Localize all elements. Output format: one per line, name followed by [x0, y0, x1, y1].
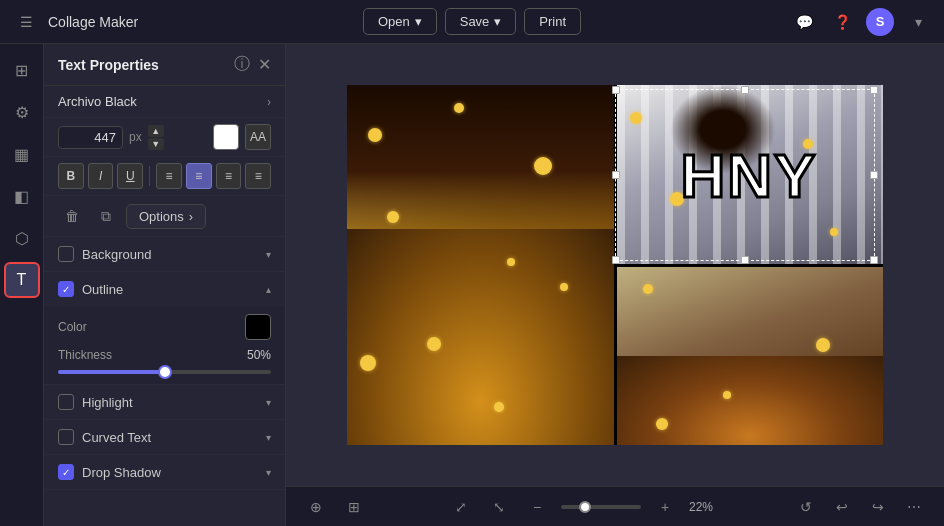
curved-text-section: Curved Text ▾	[44, 420, 285, 455]
font-name: Archivo Black	[58, 94, 137, 109]
side-panel: Text Properties ⓘ ✕ Archivo Black › px ▲…	[44, 44, 286, 526]
delete-button[interactable]: 🗑	[58, 202, 86, 230]
canvas-area: HNY ⊕ ⊞	[286, 44, 944, 526]
curved-text-chevron: ▾	[266, 432, 271, 443]
open-button[interactable]: Open ▾	[363, 8, 437, 35]
highlight-header[interactable]: Highlight ▾	[44, 385, 285, 419]
size-increment-button[interactable]: ▲	[148, 125, 164, 137]
chevron-down-icon[interactable]: ▾	[904, 8, 932, 36]
outline-thickness-label: Thickness	[58, 348, 112, 362]
fit-button[interactable]: ⤢	[447, 493, 475, 521]
align-left-button[interactable]: ≡	[156, 163, 182, 189]
icon-bar: ⊞ ⚙ ▦ ◧ ⬡ T	[0, 44, 44, 526]
format-row: B I U ≡ ≡ ≡ ≡	[44, 157, 285, 196]
highlight-chevron: ▾	[266, 397, 271, 408]
sidebar-item-sliders[interactable]: ⚙	[4, 94, 40, 130]
drop-shadow-header[interactable]: Drop Shadow ▾	[44, 455, 285, 489]
sidebar-item-layout[interactable]: ⊞	[4, 52, 40, 88]
help-icon[interactable]: ❓	[828, 8, 856, 36]
zoom-in-button[interactable]: +	[651, 493, 679, 521]
bottom-center: ⤢ ⤡ − + 22%	[447, 493, 713, 521]
more-options-button[interactable]: ⋯	[900, 493, 928, 521]
text-transform-button[interactable]: AA	[245, 124, 271, 150]
align-justify-button[interactable]: ≡	[245, 163, 271, 189]
info-icon[interactable]: ⓘ	[234, 54, 250, 75]
hny-overlay[interactable]: HNY	[615, 85, 883, 265]
crop-button[interactable]: ⤡	[485, 493, 513, 521]
drop-shadow-checkbox[interactable]	[58, 464, 74, 480]
outline-section: Outline ▴ Color Thickness 50%	[44, 272, 285, 385]
font-selector[interactable]: Archivo Black ›	[44, 86, 285, 118]
font-size-row: px ▲ ▼ AA	[44, 118, 285, 157]
background-header[interactable]: Background ▾	[44, 237, 285, 271]
duplicate-button[interactable]: ⧉	[92, 202, 120, 230]
print-button[interactable]: Print	[524, 8, 581, 35]
save-button[interactable]: Save ▾	[445, 8, 517, 35]
undo-button[interactable]: ↩	[828, 493, 856, 521]
outline-header[interactable]: Outline ▴	[44, 272, 285, 306]
underline-button[interactable]: U	[117, 163, 143, 189]
background-checkbox[interactable]	[58, 246, 74, 262]
zoom-thumb[interactable]	[579, 501, 591, 513]
background-label: Background	[82, 247, 258, 262]
collage[interactable]: HNY	[347, 85, 883, 445]
outline-slider-track[interactable]	[58, 370, 271, 374]
layers-view-button[interactable]: ⊕	[302, 493, 330, 521]
curved-text-checkbox[interactable]	[58, 429, 74, 445]
topbar: ☰ Collage Maker Open ▾ Save ▾ Print 💬 ❓ …	[0, 0, 944, 44]
chevron-right-icon: ›	[189, 209, 193, 224]
avatar[interactable]: S	[866, 8, 894, 36]
sidebar-item-layers[interactable]: ◧	[4, 178, 40, 214]
photo-cell-bottom-right[interactable]	[617, 267, 884, 446]
photo-cell-left[interactable]	[347, 85, 614, 445]
rotate-left-button[interactable]: ↺	[792, 493, 820, 521]
drop-shadow-chevron: ▾	[266, 467, 271, 478]
outline-label: Outline	[82, 282, 258, 297]
curved-text-label: Curved Text	[82, 430, 258, 445]
drop-shadow-section: Drop Shadow ▾	[44, 455, 285, 490]
align-right-button[interactable]: ≡	[216, 163, 242, 189]
italic-button[interactable]: I	[88, 163, 114, 189]
format-separator	[149, 166, 150, 186]
align-center-button[interactable]: ≡	[186, 163, 212, 189]
zoom-track[interactable]	[561, 505, 641, 509]
font-size-input[interactable]	[58, 126, 123, 149]
sidebar-item-people[interactable]: ⬡	[4, 220, 40, 256]
main-layout: ⊞ ⚙ ▦ ◧ ⬡ T Text Properties ⓘ ✕ Archivo …	[0, 44, 944, 526]
options-button[interactable]: Options ›	[126, 204, 206, 229]
bottom-right: ↺ ↩ ↪ ⋯	[792, 493, 928, 521]
size-decrement-button[interactable]: ▼	[148, 138, 164, 150]
sidebar-item-text[interactable]: T	[4, 262, 40, 298]
zoom-out-button[interactable]: −	[523, 493, 551, 521]
curved-text-header[interactable]: Curved Text ▾	[44, 420, 285, 454]
topbar-right: 💬 ❓ S ▾	[591, 8, 932, 36]
actions-row: 🗑 ⧉ Options ›	[44, 196, 285, 237]
bottom-left: ⊕ ⊞	[302, 493, 368, 521]
close-icon[interactable]: ✕	[258, 55, 271, 74]
topbar-left: ☰ Collage Maker	[12, 8, 353, 36]
grid-view-button[interactable]: ⊞	[340, 493, 368, 521]
outline-slider-row	[58, 370, 271, 374]
outline-thickness-value: 50%	[247, 348, 271, 362]
canvas-content: HNY	[286, 44, 944, 486]
sidebar-item-grid[interactable]: ▦	[4, 136, 40, 172]
highlight-checkbox[interactable]	[58, 394, 74, 410]
outline-slider-thumb[interactable]	[158, 365, 172, 379]
background-chevron: ▾	[266, 249, 271, 260]
topbar-center: Open ▾ Save ▾ Print	[363, 8, 581, 35]
outline-slider-fill	[58, 370, 165, 374]
outline-color-swatch[interactable]	[245, 314, 271, 340]
zoom-level: 22%	[689, 500, 713, 514]
outline-content: Color Thickness 50%	[44, 306, 285, 384]
chevron-down-icon: ▾	[415, 14, 422, 29]
chat-icon[interactable]: 💬	[790, 8, 818, 36]
outline-checkbox[interactable]	[58, 281, 74, 297]
outline-thickness-row: Thickness 50%	[58, 348, 271, 362]
redo-button[interactable]: ↪	[864, 493, 892, 521]
text-color-swatch[interactable]	[213, 124, 239, 150]
menu-icon[interactable]: ☰	[12, 8, 40, 36]
size-unit: px	[129, 130, 142, 144]
highlight-label: Highlight	[82, 395, 258, 410]
highlight-section: Highlight ▾	[44, 385, 285, 420]
bold-button[interactable]: B	[58, 163, 84, 189]
